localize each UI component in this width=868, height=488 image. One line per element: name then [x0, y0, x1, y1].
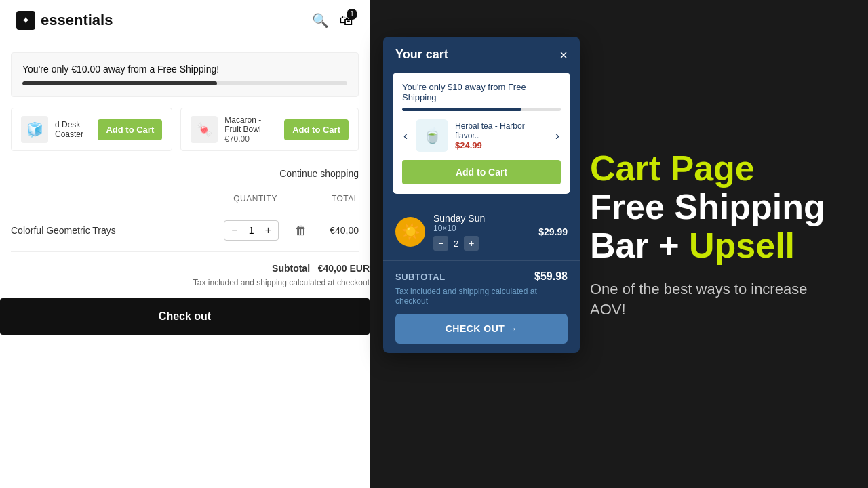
cart-modal-header: Your cart × — [383, 37, 580, 73]
modal-progress-bar — [402, 108, 561, 111]
upsell-carousel: 🧊 d Desk Coaster Add to Cart 🍬 Macaron -… — [0, 108, 370, 162]
upsell-item-img-1: 🍬 — [191, 116, 218, 143]
checkout-button[interactable]: Check out — [0, 298, 370, 335]
modal-subtotal-row: SUBTOTAL $59.98 — [395, 270, 568, 283]
qty-value: 1 — [246, 225, 257, 236]
upsell-item-1: 🍬 Macaron - Fruit Bowl €70.00 Add to Car… — [180, 108, 359, 151]
modal-item-details: Sunday Sun 10×10 − 2 + — [433, 213, 530, 251]
quantity-control: − 1 + — [224, 220, 279, 241]
modal-item-variant: 10×10 — [433, 224, 530, 233]
upsell-item-info-0: d Desk Coaster — [55, 120, 91, 139]
cart-modal-title: Your cart — [395, 47, 448, 62]
subtotal-section: Subtotal €40,00 EUR Tax included and shi… — [0, 252, 370, 346]
upsell-item: 🧊 d Desk Coaster Add to Cart — [11, 108, 172, 151]
upsell-product-price: $24.99 — [455, 140, 547, 150]
promo-line3-suffix: Upsell — [689, 226, 795, 265]
shop-logo: ✦ essentials — [16, 11, 113, 30]
promo-text-section: Cart Page Free Shipping Bar + Upsell One… — [590, 149, 834, 321]
shipping-banner: You're only €10.00 away from a Free Ship… — [11, 52, 359, 97]
logo-text: essentials — [41, 12, 113, 29]
table-row: Colorful Geometric Trays − 1 + 🗑 €40,00 — [11, 209, 359, 252]
modal-progress-fill — [402, 108, 521, 111]
cart-item-name: Colorful Geometric Trays — [11, 225, 213, 236]
upsell-item-price-1: €70.00 — [224, 134, 277, 144]
modal-qty-control: − 2 + — [433, 236, 530, 251]
modal-item-name: Sunday Sun — [433, 213, 530, 224]
cart-badge: 1 — [347, 9, 357, 20]
shop-header: ✦ essentials 🔍 🛍 1 — [0, 0, 370, 41]
promo-line3-prefix: Bar + — [590, 226, 689, 265]
modal-item-img: ☀️ — [395, 217, 425, 247]
upsell-item-info-1: Macaron - Fruit Bowl €70.00 — [224, 115, 277, 144]
total-header: TOTAL — [332, 194, 359, 203]
qty-decrease-btn[interactable]: − — [231, 225, 237, 236]
upsell-items: 🧊 d Desk Coaster Add to Cart 🍬 Macaron -… — [11, 108, 359, 151]
upsell-product-img: 🍵 — [416, 119, 448, 152]
subtotal-value: €40,00 EUR — [318, 263, 370, 274]
upsell-product-info: Herbal tea - Harbor flavor.. $24.99 — [455, 121, 547, 150]
modal-subtotal: SUBTOTAL $59.98 Tax included and shippin… — [383, 260, 580, 353]
modal-qty-increase-btn[interactable]: + — [464, 236, 479, 251]
shipping-progress-fill — [22, 81, 217, 85]
continue-shopping-link[interactable]: Continue shopping — [279, 168, 359, 179]
upsell-next-btn[interactable]: › — [554, 129, 561, 143]
modal-subtotal-value: $59.98 — [534, 270, 568, 283]
upsell-product-name: Herbal tea - Harbor flavor.. — [455, 121, 547, 140]
modal-shipping-text: You're only $10 away from Free Shipping — [402, 82, 561, 102]
cart-close-button[interactable]: × — [559, 48, 568, 62]
upsell-item-name-0: d Desk Coaster — [55, 120, 91, 139]
cart-modal: Your cart × You're only $10 away from Fr… — [383, 37, 580, 353]
upsell-item-name-1: Macaron - Fruit Bowl — [224, 115, 277, 134]
upsell-prev-btn[interactable]: ‹ — [402, 129, 409, 143]
quantity-header: QUANTITY — [233, 194, 277, 203]
modal-upsell: ‹ 🍵 Herbal tea - Harbor flavor.. $24.99 … — [402, 119, 561, 152]
logo-icon: ✦ — [16, 11, 35, 30]
modal-qty-val: 2 — [454, 239, 458, 249]
cart-section: Continue shopping QUANTITY TOTAL Colorfu… — [0, 162, 370, 252]
promo-headline: Cart Page Free Shipping Bar + Upsell — [590, 149, 834, 266]
add-to-cart-btn-0[interactable]: Add to Cart — [98, 119, 162, 140]
modal-tax-note: Tax included and shipping calculated at … — [395, 287, 568, 306]
item-total: €40,00 — [318, 225, 359, 236]
promo-line1: Cart Page — [590, 148, 755, 188]
shop-panel: ✦ essentials 🔍 🛍 1 You're only €10.00 aw… — [0, 0, 370, 488]
upsell-item-img-0: 🧊 — [21, 116, 48, 143]
modal-cart-item: ☀️ Sunday Sun 10×10 − 2 + $29.99 — [383, 203, 580, 260]
modal-item-price: $29.99 — [538, 226, 568, 237]
modal-subtotal-label: SUBTOTAL — [395, 272, 446, 282]
search-icon[interactable]: 🔍 — [312, 12, 329, 28]
shipping-progress-bar — [22, 81, 347, 85]
continue-shopping[interactable]: Continue shopping — [11, 162, 359, 188]
subtotal-row: Subtotal €40,00 EUR — [0, 263, 370, 274]
subtotal-label: Subtotal — [272, 263, 310, 274]
header-icons: 🔍 🛍 1 — [312, 12, 353, 28]
modal-checkout-btn[interactable]: CHECK OUT → — [395, 314, 568, 344]
tax-note: Tax included and shipping calculated at … — [0, 278, 370, 287]
shipping-banner-text: You're only €10.00 away from a Free Ship… — [22, 64, 347, 75]
cart-table-headers: QUANTITY TOTAL — [11, 188, 359, 209]
modal-add-to-cart-btn[interactable]: Add to Cart — [402, 160, 561, 184]
promo-subtext: One of the best ways to increase AOV! — [590, 279, 834, 321]
modal-qty-decrease-btn[interactable]: − — [433, 236, 448, 251]
add-to-cart-btn-1[interactable]: Add to Cart — [284, 119, 349, 140]
delete-item-btn[interactable]: 🗑 — [295, 224, 307, 238]
promo-line2: Free Shipping — [590, 187, 825, 226]
modal-shipping-box: You're only $10 away from Free Shipping … — [393, 73, 570, 194]
qty-increase-btn[interactable]: + — [265, 225, 271, 236]
cart-icon-wrapper[interactable]: 🛍 1 — [340, 13, 353, 28]
